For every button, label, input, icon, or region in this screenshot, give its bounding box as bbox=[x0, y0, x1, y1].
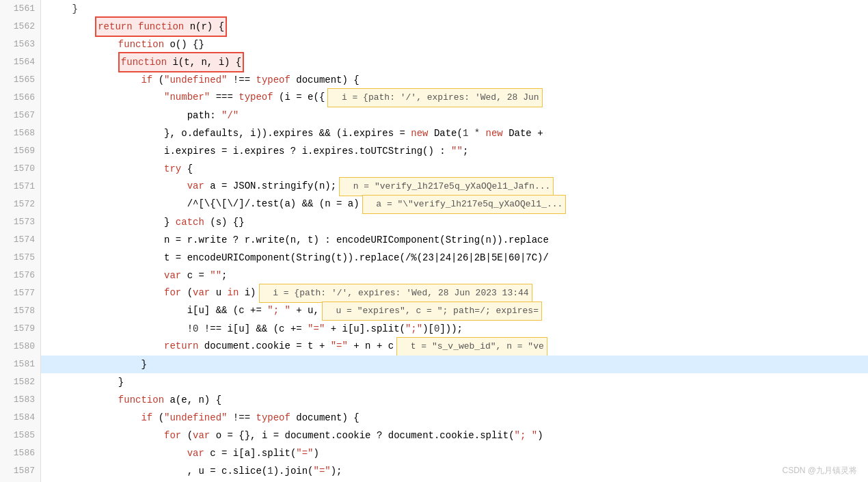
code-line-1585: for (var o = {}, i = document.cookie ? d… bbox=[41, 427, 868, 444]
ln-1577: 1577 bbox=[0, 284, 40, 302]
code-line-1586: var c = i[a].split("=") bbox=[41, 444, 868, 462]
ln-1563: 1563 bbox=[0, 36, 40, 53]
ln-1576: 1576 bbox=[0, 267, 40, 284]
ln-1582: 1582 bbox=[0, 373, 40, 391]
ln-1564: 1564 bbox=[0, 53, 40, 71]
watermark: CSDN @九月镇灵将 bbox=[782, 465, 857, 477]
code-line-1571: var a = JSON.stringify(n); n = "verify_l… bbox=[41, 178, 868, 196]
code-line-1566: "number" === typeof (i = e({ i = {path: … bbox=[41, 89, 868, 107]
ln-1583: 1583 bbox=[0, 391, 40, 409]
ln-1585: 1585 bbox=[0, 427, 40, 444]
ln-1573: 1573 bbox=[0, 213, 40, 231]
ln-1574: 1574 bbox=[0, 231, 40, 249]
code-line-1563: function o() {} bbox=[41, 36, 868, 53]
code-line-1587: , u = c.slice(1).join("="); bbox=[41, 462, 868, 480]
ln-1581: 1581 bbox=[0, 356, 40, 373]
code-line-1572: /^[\{\[\/]/.test(a) && (n = a) a = "\"ve… bbox=[41, 196, 868, 213]
code-line-1576: var c = ""; bbox=[41, 267, 868, 284]
ln-1575: 1575 bbox=[0, 249, 40, 267]
code-line-1575: t = encodeURIComponent(String(t)).replac… bbox=[41, 249, 868, 267]
ln-1584: 1584 bbox=[0, 409, 40, 427]
code-line-1564: function i(t, n, i) { bbox=[41, 53, 868, 71]
code-line-1577: for (var u in i) i = {path: '/', expires… bbox=[41, 284, 868, 302]
ln-1561: 1561 bbox=[0, 0, 40, 18]
code-line-1583: function a(e, n) { bbox=[41, 391, 868, 409]
code-line-1578: i[u] && (c += "; " + u, u = "expires", c… bbox=[41, 302, 868, 320]
ln-1580: 1580 bbox=[0, 338, 40, 356]
ln-1572: 1572 bbox=[0, 196, 40, 213]
code-line-1584: if ("undefined" !== typeof document) { bbox=[41, 409, 868, 427]
code-line-1581: } bbox=[41, 356, 868, 373]
ln-1579: 1579 bbox=[0, 320, 40, 338]
code-line-1579: !0 !== i[u] && (c += "=" + i[u].split(";… bbox=[41, 320, 868, 338]
ln-1571: 1571 bbox=[0, 178, 40, 196]
code-line-1573: } catch (s) {} bbox=[41, 213, 868, 231]
code-line-1568: }, o.defaults, i)).expires && (i.expires… bbox=[41, 124, 868, 142]
code-line-1580: return document.cookie = t + "=" + n + c… bbox=[41, 338, 868, 356]
code-line-1570: try { bbox=[41, 160, 868, 178]
ln-1570: 1570 bbox=[0, 160, 40, 178]
code-line-1561: } bbox=[41, 0, 868, 18]
code-line-1562: return function n(r) { bbox=[41, 18, 868, 36]
ln-1578: 1578 bbox=[0, 302, 40, 320]
ln-1587: 1587 bbox=[0, 462, 40, 480]
ln-1565: 1565 bbox=[0, 71, 40, 89]
ln-1569: 1569 bbox=[0, 142, 40, 160]
code-container: 1561 1562 1563 1564 1565 1566 1567 1568 … bbox=[0, 0, 868, 482]
ln-1567: 1567 bbox=[0, 107, 40, 124]
code-line-1567: path: "/" bbox=[41, 107, 868, 124]
line-numbers: 1561 1562 1563 1564 1565 1566 1567 1568 … bbox=[0, 0, 41, 482]
code-line-1565: if ("undefined" !== typeof document) { bbox=[41, 71, 868, 89]
ln-1586: 1586 bbox=[0, 444, 40, 462]
ln-1562: 1562 bbox=[0, 18, 40, 36]
ln-1568: 1568 bbox=[0, 124, 40, 142]
code-line-1574: n = r.write ? r.write(n, t) : encodeURIC… bbox=[41, 231, 868, 249]
ln-1566: 1566 bbox=[0, 89, 40, 107]
code-line-1582: } bbox=[41, 373, 868, 391]
code-content: } return function n(r) { function o() {}… bbox=[41, 0, 868, 482]
code-line-1569: i.expires = i.expires ? i.expires.toUTCS… bbox=[41, 142, 868, 160]
